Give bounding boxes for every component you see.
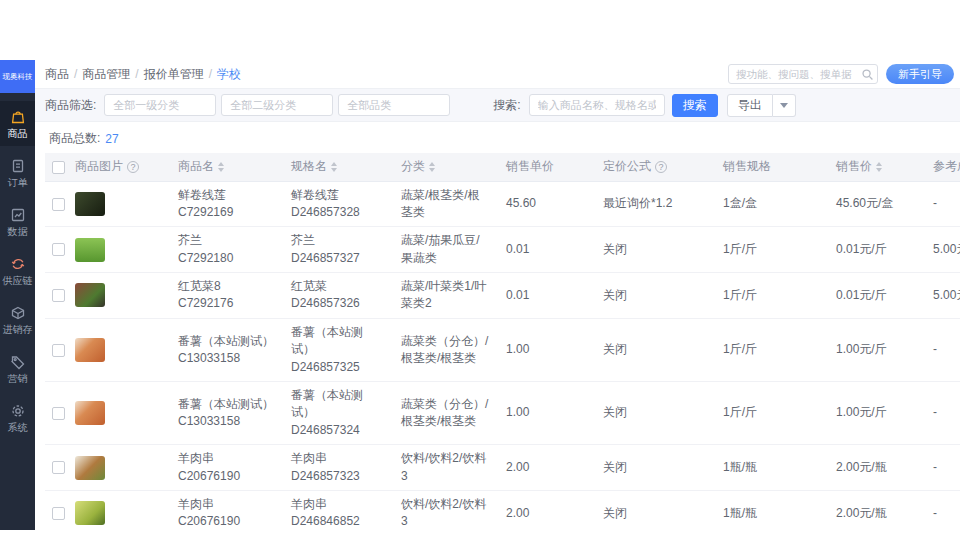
sale-price-cell: 1.00元/斤 [828,318,925,381]
table-row: 羊肉串C20676190 羊肉串D246857323 饮料/饮料2/饮料3 2.… [45,445,960,491]
total-label: 商品总数: [49,130,100,147]
sidebar-item-label: 数据 [8,226,28,237]
product-name: 番薯（本站测试） [178,333,275,350]
spec-code: D246857328 [291,204,385,221]
spec-code: D246857327 [291,250,385,267]
sidebar: 现奥科技 商品 订单 数据 [0,60,35,530]
unit-price-cell: 0.01 [498,273,595,319]
marketing-tag-icon [10,354,26,370]
data-chart-icon [10,207,26,223]
spec-code: D246857324 [291,422,385,439]
inventory-box-icon [10,305,26,321]
col-spec[interactable]: 规格名 [283,153,393,181]
spec-code: D246857323 [291,468,385,485]
main-area: 商品 商品管理 报价单管理 学校 新手引导 [35,60,960,530]
ref-cost-cell: - [925,318,960,381]
formula-cell: 关闭 [595,318,715,381]
system-gear-icon [10,403,26,419]
sidebar-item-label: 营销 [8,373,28,384]
sale-spec-cell: 1斤/斤 [715,382,828,445]
category-level2-select[interactable]: 全部二级分类 [221,94,333,116]
sort-icon [429,162,435,172]
app-window: 现奥科技 商品 订单 数据 [0,60,960,530]
sale-spec-cell: 1盒/盒 [715,181,828,227]
category-type-select[interactable]: 全部品类 [338,94,450,116]
sidebar-item-label: 进销存 [3,324,33,335]
row-checkbox[interactable] [52,198,65,211]
category-cell: 蔬菜/叶菜类1/叶菜类2 [393,273,498,319]
export-button[interactable]: 导出 [727,94,773,117]
unit-price-cell: 1.00 [498,318,595,381]
product-name: 红苋菜8 [178,278,275,295]
col-unit-price-label: 销售单价 [506,159,554,173]
order-document-icon [10,158,26,174]
question-circle-icon [127,161,139,173]
export-button-group: 导出 [727,94,796,117]
select-placeholder: 全部品类 [347,99,391,111]
sidebar-item-inventory[interactable]: 进销存 [0,297,35,342]
search-icon[interactable] [861,67,874,85]
row-checkbox[interactable] [52,507,65,520]
sale-price-cell: 45.60元/盒 [828,181,925,227]
row-checkbox[interactable] [52,407,65,420]
select-placeholder: 全部二级分类 [230,99,296,111]
col-formula-label: 定价公式 [603,159,651,173]
sidebar-item-supply-chain[interactable]: 供应链 [0,248,35,293]
product-name: 芥兰 [178,232,275,249]
category-cell: 蔬菜类（分仓）/根茎类/根茎类 [393,318,498,381]
unit-price-cell: 0.01 [498,227,595,273]
category-cell: 蔬菜/根茎类/根茎类 [393,181,498,227]
product-thumbnail [75,238,105,262]
row-checkbox[interactable] [52,289,65,302]
category-cell: 蔬菜/茄果瓜豆/果蔬类 [393,227,498,273]
table-row: 羊肉串C20676190 羊肉串D246846852 饮料/饮料2/饮料3 2.… [45,490,960,530]
row-checkbox[interactable] [52,243,65,256]
breadcrumb-quotation-management[interactable]: 报价单管理 [144,66,204,83]
row-checkbox[interactable] [52,461,65,474]
formula-cell: 关闭 [595,490,715,530]
breadcrumb-goods-management[interactable]: 商品管理 [82,66,130,83]
select-all-checkbox[interactable] [52,161,65,174]
shopping-bag-icon [10,109,26,125]
sidebar-item-orders[interactable]: 订单 [0,150,35,195]
col-formula: 定价公式 [595,153,715,181]
sidebar-item-goods[interactable]: 商品 [0,101,35,146]
products-table-wrapper: 商品图片 商品名 规格名 分类 销售单价 定价公式 销售规格 销售价 参考成本 [45,153,960,530]
sidebar-item-marketing[interactable]: 营销 [0,346,35,391]
guide-button[interactable]: 新手引导 [886,64,954,84]
table-header-row: 商品图片 商品名 规格名 分类 销售单价 定价公式 销售规格 销售价 参考成本 [45,153,960,181]
unit-price-cell: 2.00 [498,490,595,530]
product-code: C13033158 [178,350,275,367]
sidebar-item-system[interactable]: 系统 [0,395,35,440]
breadcrumb-current-school[interactable]: 学校 [217,66,241,83]
sidebar-item-label: 系统 [8,422,28,433]
category-level1-select[interactable]: 全部一级分类 [104,94,216,116]
sale-price-cell: 1.00元/斤 [828,382,925,445]
unit-price-cell: 2.00 [498,445,595,491]
spec-code: D246857325 [291,359,385,376]
category-cell: 饮料/饮料2/饮料3 [393,490,498,530]
spec-name: 羊肉串 [291,496,385,513]
help-search-input[interactable] [728,64,878,84]
product-name: 羊肉串 [178,450,275,467]
col-name[interactable]: 商品名 [170,153,283,181]
product-code: C13033158 [178,413,275,430]
breadcrumb-goods[interactable]: 商品 [45,66,69,83]
row-checkbox[interactable] [52,344,65,357]
search-button[interactable]: 搜索 [672,94,718,117]
spec-name: 番薯（本站测试） [291,387,385,422]
col-sale-price[interactable]: 销售价 [828,153,925,181]
product-search-input[interactable] [529,94,665,116]
breadcrumb-separator [209,67,212,81]
sidebar-item-data[interactable]: 数据 [0,199,35,244]
topbar: 商品 商品管理 报价单管理 学校 新手引导 [35,60,960,89]
col-category[interactable]: 分类 [393,153,498,181]
sort-icon [876,162,882,172]
product-code: C20676190 [178,468,275,485]
category-cell: 饮料/饮料2/饮料3 [393,445,498,491]
sort-icon [218,162,224,172]
sidebar-item-label: 商品 [8,128,28,139]
spec-name: 鲜卷线莲 [291,187,385,204]
table-row: 红苋菜8C7292176 红苋菜D246857326 蔬菜/叶菜类1/叶菜类2 … [45,273,960,319]
export-dropdown-button[interactable] [773,94,796,117]
